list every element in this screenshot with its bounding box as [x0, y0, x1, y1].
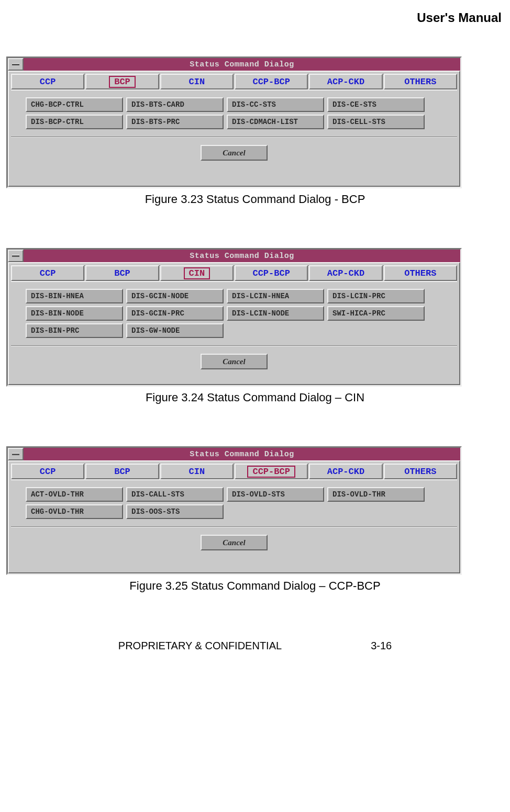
command-button[interactable]: DIS-CELL-STS: [327, 115, 425, 129]
tab-label: CCP-BCP: [247, 77, 295, 87]
tab-ccp-bcp[interactable]: CCP-BCP: [235, 74, 308, 89]
command-button[interactable]: DIS-BIN-HNEA: [26, 289, 123, 303]
tab-label: OTHERS: [399, 268, 441, 278]
command-button[interactable]: DIS-LCIN-HNEA: [227, 289, 324, 303]
tab-bcp[interactable]: BCP: [85, 464, 159, 479]
tab-label: CCP: [35, 467, 61, 477]
cancel-button[interactable]: Cancel: [201, 145, 268, 161]
separator: [11, 345, 457, 346]
tab-label: OTHERS: [399, 467, 441, 477]
tab-label: CIN: [184, 77, 210, 87]
tab-others[interactable]: OTHERS: [384, 74, 457, 89]
command-grid: DIS-BIN-HNEADIS-GCIN-NODEDIS-LCIN-HNEADI…: [26, 289, 442, 338]
dialog-title: Status Command Dialog: [24, 60, 460, 69]
tab-cin[interactable]: CIN: [160, 464, 234, 479]
window-menu-icon[interactable]: [8, 250, 24, 262]
figure-caption: Figure 3.23 Status Command Dialog - BCP: [5, 193, 505, 206]
tab-label: CCP-BCP: [247, 466, 295, 478]
separator: [11, 137, 457, 138]
command-button[interactable]: DIS-BIN-PRC: [26, 323, 123, 338]
titlebar: Status Command Dialog: [8, 250, 460, 262]
tab-label: CCP: [35, 268, 61, 278]
tab-ccp-bcp[interactable]: CCP-BCP: [235, 464, 308, 479]
command-button[interactable]: DIS-CE-STS: [327, 97, 425, 112]
command-button[interactable]: DIS-OOS-STS: [126, 504, 224, 519]
tab-label: CCP: [35, 77, 61, 87]
figure-caption: Figure 3.25 Status Command Dialog – CCP-…: [5, 579, 505, 593]
command-button[interactable]: DIS-OVLD-STS: [227, 487, 324, 502]
tab-label: ACP-CKD: [322, 77, 370, 87]
command-button[interactable]: DIS-GCIN-NODE: [126, 289, 224, 303]
command-button[interactable]: DIS-BIN-NODE: [26, 306, 123, 321]
command-button[interactable]: CHG-BCP-CTRL: [26, 97, 123, 112]
cancel-button[interactable]: Cancel: [201, 354, 268, 369]
tab-ccp[interactable]: CCP: [11, 464, 84, 479]
titlebar: Status Command Dialog: [8, 448, 460, 460]
command-button[interactable]: CHG-OVLD-THR: [26, 504, 123, 519]
command-button[interactable]: SWI-HICA-PRC: [327, 306, 425, 321]
tab-label: ACP-CKD: [322, 268, 370, 278]
command-grid: ACT-OVLD-THRDIS-CALL-STSDIS-OVLD-STSDIS-…: [26, 487, 442, 519]
separator: [11, 526, 457, 527]
command-button[interactable]: DIS-GW-NODE: [126, 323, 224, 338]
tab-others[interactable]: OTHERS: [384, 265, 457, 281]
tab-acp-ckd[interactable]: ACP-CKD: [309, 464, 382, 479]
tab-label: BCP: [109, 467, 136, 477]
cancel-button[interactable]: Cancel: [201, 535, 268, 550]
command-grid: CHG-BCP-CTRLDIS-BTS-CARDDIS-CC-STSDIS-CE…: [26, 97, 442, 129]
tab-label: CIN: [184, 267, 210, 279]
tab-row: CCPBCPCINCCP-BCPACP-CKDOTHERS: [11, 74, 457, 91]
tab-ccp[interactable]: CCP: [11, 74, 84, 89]
figure-caption: Figure 3.24 Status Command Dialog – CIN: [5, 391, 505, 404]
footer-right: 3-16: [371, 640, 392, 652]
command-button[interactable]: DIS-BCP-CTRL: [26, 115, 123, 129]
command-button[interactable]: DIS-LCIN-PRC: [327, 289, 425, 303]
tab-label: CIN: [184, 467, 210, 477]
status-command-dialog: Status Command DialogCCPBCPCINCCP-BCPACP…: [6, 446, 462, 575]
tab-bcp[interactable]: BCP: [85, 74, 159, 89]
tab-row: CCPBCPCINCCP-BCPACP-CKDOTHERS: [11, 464, 457, 480]
command-button[interactable]: DIS-LCIN-NODE: [227, 306, 324, 321]
tab-label: BCP: [109, 76, 136, 88]
tab-label: ACP-CKD: [322, 467, 370, 477]
command-button[interactable]: DIS-BTS-CARD: [126, 97, 224, 112]
command-button[interactable]: ACT-OVLD-THR: [26, 487, 123, 502]
window-menu-icon[interactable]: [8, 58, 24, 71]
footer-left: PROPRIETARY & CONFIDENTIAL: [118, 640, 282, 652]
window-menu-icon[interactable]: [8, 448, 24, 460]
dialog-title: Status Command Dialog: [24, 450, 460, 459]
page-header: User's Manual: [5, 10, 505, 25]
tab-label: CCP-BCP: [247, 268, 295, 278]
tab-acp-ckd[interactable]: ACP-CKD: [309, 265, 382, 281]
titlebar: Status Command Dialog: [8, 58, 460, 71]
command-button[interactable]: DIS-OVLD-THR: [327, 487, 425, 502]
status-command-dialog: Status Command DialogCCPBCPCINCCP-BCPACP…: [6, 248, 462, 387]
tab-cin[interactable]: CIN: [160, 74, 234, 89]
tab-cin[interactable]: CIN: [160, 265, 234, 281]
dialog-title: Status Command Dialog: [24, 252, 460, 261]
tab-bcp[interactable]: BCP: [85, 265, 159, 281]
tab-row: CCPBCPCINCCP-BCPACP-CKDOTHERS: [11, 265, 457, 282]
command-button[interactable]: DIS-CC-STS: [227, 97, 324, 112]
tab-label: OTHERS: [399, 77, 441, 87]
command-button[interactable]: DIS-GCIN-PRC: [126, 306, 224, 321]
tab-ccp[interactable]: CCP: [11, 265, 84, 281]
status-command-dialog: Status Command DialogCCPBCPCINCCP-BCPACP…: [6, 57, 462, 188]
tab-others[interactable]: OTHERS: [384, 464, 457, 479]
tab-acp-ckd[interactable]: ACP-CKD: [309, 74, 382, 89]
tab-ccp-bcp[interactable]: CCP-BCP: [235, 265, 308, 281]
command-button[interactable]: DIS-CALL-STS: [126, 487, 224, 502]
tab-label: BCP: [109, 268, 136, 278]
command-button[interactable]: DIS-BTS-PRC: [126, 115, 224, 129]
command-button[interactable]: DIS-CDMACH-LIST: [227, 115, 324, 129]
page-footer: PROPRIETARY & CONFIDENTIAL 3-16: [5, 640, 505, 652]
